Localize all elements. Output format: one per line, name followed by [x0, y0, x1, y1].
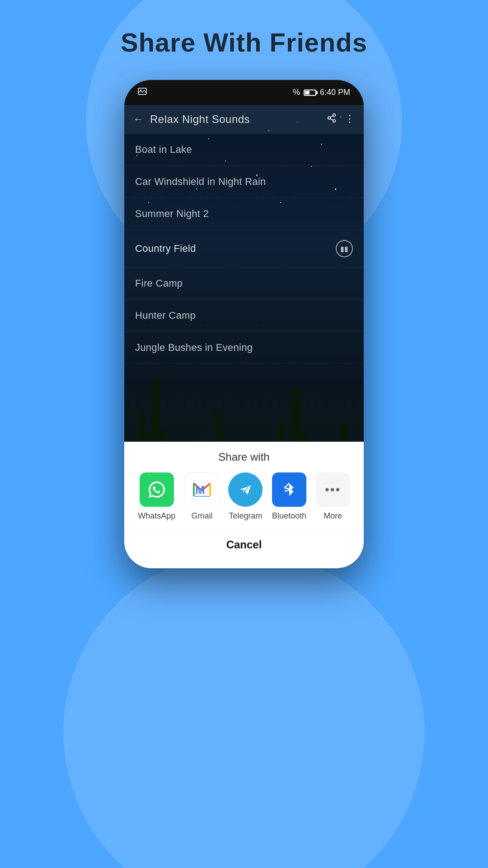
- telegram-share[interactable]: Telegram: [228, 472, 263, 521]
- svg-point-19: [333, 114, 336, 117]
- gmail-label: Gmail: [191, 511, 212, 521]
- song-name: Jungle Bushes in Evening: [135, 342, 253, 354]
- song-item-4[interactable]: Country Field ▮▮: [124, 230, 364, 268]
- more-share[interactable]: ••• More: [316, 472, 350, 521]
- status-right: % 6:40 PM: [293, 88, 350, 97]
- svg-point-20: [328, 117, 331, 119]
- gmail-share[interactable]: M Gmail: [185, 472, 219, 521]
- battery-percent: %: [293, 88, 300, 97]
- song-item-2[interactable]: Car Windshield in Night Rain: [124, 166, 364, 198]
- share-sheet: Share with WhatsApp: [124, 442, 364, 568]
- telegram-label: Telegram: [229, 511, 262, 521]
- whatsapp-label: WhatsApp: [138, 511, 175, 521]
- bluetooth-icon: [272, 472, 306, 507]
- share-title: Share with: [124, 451, 364, 463]
- bluetooth-share[interactable]: Bluetooth: [272, 472, 306, 521]
- svg-line-23: [330, 116, 333, 118]
- song-name: Fire Camp: [135, 278, 183, 289]
- share-icon[interactable]: [327, 113, 337, 126]
- phone-frame: % 6:40 PM: [124, 80, 364, 568]
- status-bar: % 6:40 PM: [124, 80, 364, 105]
- app-name: Relax Night Sounds: [150, 113, 327, 126]
- svg-line-22: [330, 118, 333, 120]
- app-header: ← Relax Night Sounds ⋮: [124, 105, 364, 134]
- svg-point-21: [333, 120, 336, 123]
- bluetooth-label: Bluetooth: [272, 511, 306, 521]
- song-list: Boat in Lake Car Windshield in Night Rai…: [124, 134, 364, 442]
- clock: 6:40 PM: [320, 88, 350, 97]
- song-name: Hunter Camp: [135, 310, 196, 321]
- telegram-icon: [228, 472, 263, 507]
- more-icon: •••: [316, 472, 350, 507]
- song-item-5[interactable]: Fire Camp: [124, 268, 364, 300]
- song-name: Boat in Lake: [135, 144, 192, 156]
- share-apps: WhatsApp: [124, 472, 364, 530]
- svg-point-1: [140, 90, 141, 91]
- pause-button[interactable]: ▮▮: [336, 240, 353, 257]
- status-left: [138, 88, 147, 97]
- song-item-1[interactable]: Boat in Lake: [124, 134, 364, 166]
- back-button[interactable]: ←: [133, 113, 143, 125]
- battery-icon: [304, 90, 316, 96]
- song-item-7[interactable]: Jungle Bushes in Evening: [124, 332, 364, 364]
- more-options-icon[interactable]: ⋮: [345, 113, 355, 126]
- page-title: Share With Friends: [121, 27, 367, 57]
- song-item-3[interactable]: Summer Night 2: [124, 198, 364, 230]
- song-name: Country Field: [135, 243, 196, 255]
- song-name: Summer Night 2: [135, 208, 209, 220]
- cancel-button[interactable]: Cancel: [124, 530, 364, 559]
- song-item-6[interactable]: Hunter Camp: [124, 300, 364, 332]
- whatsapp-share[interactable]: WhatsApp: [138, 472, 175, 521]
- bg-circle-bottom: [63, 552, 425, 868]
- more-label: More: [324, 511, 342, 521]
- gmail-icon: M: [185, 472, 219, 507]
- notch: [208, 80, 280, 94]
- phone-screen: ← Relax Night Sounds ⋮ Boat in Lake Car …: [124, 105, 364, 568]
- song-name: Car Windshield in Night Rain: [135, 176, 266, 188]
- whatsapp-icon: [140, 472, 174, 507]
- svg-text:M: M: [195, 483, 205, 497]
- more-dots: •••: [325, 482, 341, 497]
